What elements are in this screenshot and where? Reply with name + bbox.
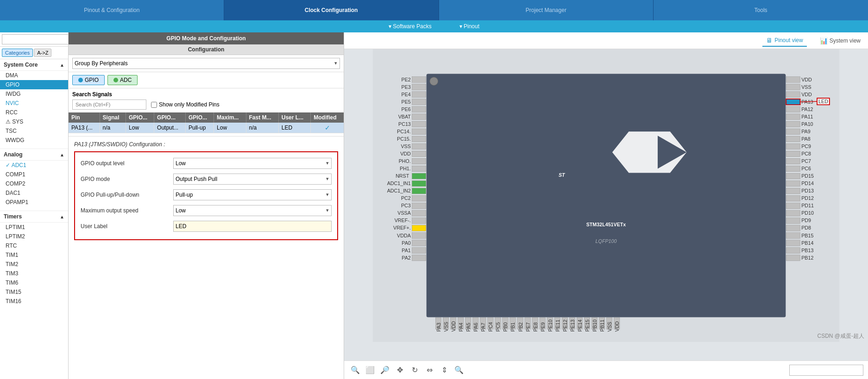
- cell-gpio3: Pull-up: [186, 123, 214, 133]
- sidebar-item-dma[interactable]: DMA: [0, 71, 68, 80]
- sidebar-item-tim3[interactable]: TIM3: [0, 269, 68, 278]
- svg-text:ADC1_IN1: ADC1_IN1: [387, 180, 411, 186]
- pinout-nav[interactable]: ▾ Pinout: [459, 23, 479, 30]
- svg-text:PA6: PA6: [473, 323, 478, 331]
- gpio-tab-btn[interactable]: GPIO: [72, 75, 105, 85]
- svg-rect-48: [412, 233, 426, 238]
- sidebar-item-comp1[interactable]: COMP1: [0, 170, 68, 179]
- filter-atoz[interactable]: A->Z: [34, 49, 51, 57]
- sidebar-item-sys[interactable]: ⚠ SYS: [0, 117, 68, 126]
- sidebar-item-opamp1[interactable]: OPAMP1: [0, 198, 68, 207]
- sidebar-search-input[interactable]: [2, 34, 69, 44]
- filter-categories[interactable]: Categories: [2, 49, 33, 57]
- gpio-pullup-select[interactable]: Pull-up Pull-down No pull-up and no pull…: [173, 189, 332, 200]
- svg-text:PE8: PE8: [533, 322, 538, 331]
- sidebar-item-adc1[interactable]: ✓ ADC1: [0, 161, 68, 170]
- svg-rect-81: [786, 158, 800, 164]
- sidebar-section-header-timers[interactable]: Timers ▲: [0, 211, 68, 223]
- sidebar-item-iwdg[interactable]: IWDG: [0, 89, 68, 99]
- svg-rect-69: [786, 114, 800, 119]
- sidebar-section-header-system-core[interactable]: System Core ▲: [0, 59, 68, 71]
- gpio-output-level-label: GPIO output level: [81, 160, 173, 167]
- software-packs-nav[interactable]: ▾ Software Packs: [389, 23, 432, 30]
- max-speed-select[interactable]: Low Medium High Very High: [173, 205, 332, 216]
- sidebar-item-tim6[interactable]: TIM6: [0, 278, 68, 287]
- tab-buttons-row: GPIO ADC: [69, 72, 344, 88]
- gpio-mode-select[interactable]: Output Push Pull Output Open Drain: [173, 174, 332, 185]
- tab-pinout-view[interactable]: 🖥 Pinout view: [762, 35, 806, 47]
- gpio-output-level-select[interactable]: Low High: [173, 158, 332, 169]
- svg-rect-97: [786, 218, 800, 224]
- col-fast: Fast M...: [246, 112, 278, 123]
- zoom-out-button[interactable]: 🔎: [378, 364, 391, 377]
- svg-rect-107: [786, 255, 800, 261]
- show-modified-checkbox-label[interactable]: Show only Modified Pins: [151, 101, 220, 108]
- search-signals-input[interactable]: [72, 99, 146, 110]
- sidebar-item-gpio[interactable]: GPIO: [0, 80, 68, 89]
- svg-text:PC7: PC7: [801, 158, 811, 164]
- frame-button[interactable]: ⬜: [364, 364, 377, 377]
- zoom-in-button[interactable]: 🔍: [349, 364, 362, 377]
- col-modified: Modified: [311, 112, 344, 123]
- svg-rect-85: [786, 173, 800, 179]
- adc-tab-btn[interactable]: ADC: [107, 75, 138, 85]
- sidebar-item-comp2[interactable]: COMP2: [0, 179, 68, 188]
- watermark: CSDN @咸蛋-超人: [817, 332, 864, 340]
- svg-rect-26: [412, 151, 426, 156]
- pa13-config-box: GPIO output level Low High ▾ GPIO mode: [74, 151, 338, 240]
- tab-pinout[interactable]: Pinout & Configuration: [0, 0, 224, 20]
- sidebar-item-lptim1[interactable]: LPTIM1: [0, 223, 68, 232]
- split-h-button[interactable]: ⇔: [423, 364, 436, 377]
- tab-clock[interactable]: Clock Configuration: [224, 0, 439, 20]
- svg-rect-8: [412, 84, 426, 90]
- svg-rect-62: [786, 99, 800, 105]
- svg-rect-103: [786, 240, 800, 246]
- adc-dot: [113, 78, 118, 82]
- table-row[interactable]: PA13 (... n/a Low Output... Pull-up Low …: [69, 123, 344, 133]
- sidebar-item-dac1[interactable]: DAC1: [0, 188, 68, 198]
- svg-text:PE14: PE14: [577, 320, 583, 332]
- svg-rect-24: [412, 143, 426, 149]
- svg-text:PB1: PB1: [510, 322, 516, 331]
- svg-text:PD10: PD10: [801, 210, 814, 216]
- sidebar-item-rcc[interactable]: RCC: [0, 108, 68, 117]
- svg-text:PB11: PB11: [599, 320, 605, 332]
- svg-text:VSS: VSS: [801, 84, 811, 90]
- svg-text:VDD: VDD: [451, 321, 456, 332]
- svg-text:STM32L451VETx: STM32L451VETx: [586, 222, 626, 227]
- tab-tools[interactable]: Tools: [654, 0, 868, 20]
- show-modified-checkbox[interactable]: [151, 102, 157, 108]
- sidebar-item-tim2[interactable]: TIM2: [0, 260, 68, 269]
- filter-buttons: Categories A->Z: [0, 47, 68, 59]
- cell-pin: PA13 (...: [69, 123, 100, 133]
- rotate-button[interactable]: ↻: [408, 364, 421, 377]
- group-by-section: Group By Peripherals ▾: [69, 55, 344, 72]
- svg-rect-18: [412, 121, 426, 127]
- sidebar-item-rtc[interactable]: RTC: [0, 241, 68, 250]
- sidebar-item-tim16[interactable]: TIM16: [0, 297, 68, 306]
- sidebar-item-tim15[interactable]: TIM15: [0, 287, 68, 297]
- svg-rect-6: [412, 77, 426, 82]
- svg-rect-71: [786, 121, 800, 127]
- move-button[interactable]: ✥: [393, 364, 406, 377]
- sidebar-section-header-analog[interactable]: Analog ▲: [0, 149, 68, 161]
- svg-text:LQFP100: LQFP100: [596, 238, 617, 244]
- search-toolbar-button[interactable]: 🔍: [453, 364, 465, 377]
- group-by-select[interactable]: Group By Peripherals: [72, 58, 340, 69]
- tab-project-manager[interactable]: Project Manager: [439, 0, 654, 20]
- split-v-button[interactable]: ⇕: [438, 364, 451, 377]
- svg-rect-34: [412, 180, 426, 186]
- svg-rect-101: [786, 233, 800, 238]
- sidebar-item-lptim2[interactable]: LPTIM2: [0, 232, 68, 241]
- sidebar-item-tim1[interactable]: TIM1: [0, 250, 68, 260]
- sidebar-item-wwdg[interactable]: WWDG: [0, 136, 68, 145]
- tab-system-view[interactable]: 📊 System view: [816, 35, 864, 46]
- user-label-input[interactable]: [173, 221, 332, 232]
- chip-area: ST STM32L451VETx LQFP100 PE2 PE3: [344, 49, 868, 360]
- svg-text:VSS: VSS: [607, 322, 612, 331]
- svg-rect-75: [786, 136, 800, 142]
- sidebar-item-nvic[interactable]: NVIC: [0, 99, 68, 108]
- chip-search-input[interactable]: [789, 365, 863, 376]
- sidebar-item-tsc[interactable]: TSC: [0, 126, 68, 136]
- svg-rect-20: [412, 129, 426, 134]
